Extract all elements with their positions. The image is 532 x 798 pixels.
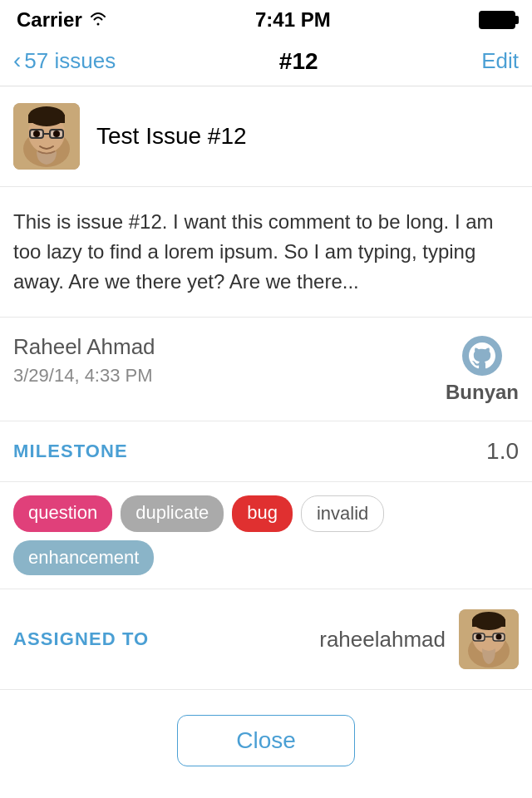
status-bar: Carrier 7:41 PM — [0, 0, 532, 37]
labels-row: question duplicate bug invalid enhanceme… — [0, 482, 532, 589]
close-button[interactable]: Close — [177, 715, 355, 766]
milestone-label: MILESTONE — [13, 441, 128, 462]
milestone-row: MILESTONE 1.0 — [0, 421, 532, 482]
svg-rect-15 — [472, 619, 505, 627]
github-icon — [461, 334, 504, 377]
edit-button[interactable]: Edit — [481, 48, 519, 74]
issue-meta: Raheel Ahmad 3/29/14, 4:33 PM Bunyan — [0, 318, 532, 421]
label-bug: bug — [232, 495, 293, 532]
assigned-avatar — [459, 609, 519, 669]
label-invalid: invalid — [301, 495, 384, 532]
svg-point-9 — [53, 131, 60, 137]
assigned-name: raheelahmad — [319, 627, 446, 653]
back-button[interactable]: ‹ 57 issues — [13, 48, 116, 74]
chevron-left-icon: ‹ — [13, 49, 21, 72]
battery-icon — [479, 11, 515, 29]
svg-point-8 — [33, 131, 40, 137]
svg-point-20 — [496, 634, 502, 640]
issue-header: Test Issue #12 — [0, 86, 532, 187]
issue-body-text: This is issue #12. I want this comment t… — [13, 207, 519, 297]
source-info: Bunyan — [446, 334, 519, 404]
label-enhancement: enhancement — [13, 540, 154, 575]
svg-point-19 — [476, 634, 482, 640]
close-section: Close — [0, 690, 532, 791]
time-display: 7:41 PM — [255, 8, 331, 32]
issue-body: This is issue #12. I want this comment t… — [0, 187, 532, 318]
author-avatar — [13, 103, 80, 170]
label-question: question — [13, 495, 112, 532]
page-title: #12 — [279, 48, 318, 75]
author-date: 3/29/14, 4:33 PM — [13, 365, 155, 387]
wifi-icon — [89, 11, 107, 30]
carrier-info: Carrier — [17, 8, 107, 32]
svg-rect-4 — [28, 115, 65, 123]
issue-title: Test Issue #12 — [96, 123, 247, 150]
assigned-row: ASSIGNED TO raheelahmad — [0, 589, 532, 690]
label-duplicate: duplicate — [121, 495, 224, 532]
navigation-bar: ‹ 57 issues #12 Edit — [0, 37, 532, 86]
main-content: Test Issue #12 This is issue #12. I want… — [0, 86, 532, 791]
author-name: Raheel Ahmad — [13, 334, 155, 360]
milestone-value: 1.0 — [486, 438, 519, 465]
back-label: 57 issues — [24, 48, 116, 74]
source-name: Bunyan — [446, 381, 519, 404]
author-info: Raheel Ahmad 3/29/14, 4:33 PM — [13, 334, 155, 387]
carrier-text: Carrier — [17, 8, 82, 32]
assigned-right: raheelahmad — [319, 609, 519, 669]
assigned-label: ASSIGNED TO — [13, 628, 149, 650]
svg-point-10 — [462, 336, 502, 376]
